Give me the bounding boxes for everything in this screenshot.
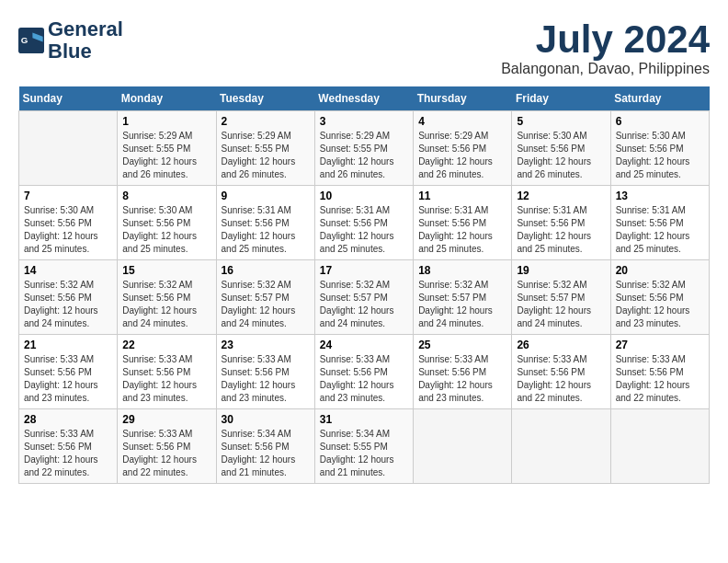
weekday-header-row: SundayMondayTuesdayWednesdayThursdayFrid… [19,86,710,111]
calendar-cell: 7Sunrise: 5:30 AMSunset: 5:56 PMDaylight… [19,186,118,260]
calendar-cell: 27Sunrise: 5:33 AMSunset: 5:56 PMDayligh… [610,335,709,409]
day-info: Sunrise: 5:33 AMSunset: 5:56 PMDaylight:… [222,353,310,405]
day-number: 5 [517,115,605,128]
calendar-cell [414,409,512,484]
day-number: 21 [24,339,112,351]
day-info: Sunrise: 5:33 AMSunset: 5:56 PMDaylight:… [418,353,506,405]
day-info: Sunrise: 5:34 AMSunset: 5:55 PMDaylight:… [320,428,408,479]
day-number: 24 [320,339,408,351]
svg-text:G: G [21,35,28,45]
calendar-cell: 26Sunrise: 5:33 AMSunset: 5:56 PMDayligh… [512,335,610,409]
day-info: Sunrise: 5:30 AMSunset: 5:56 PMDaylight:… [517,130,605,181]
day-number: 4 [418,115,506,128]
calendar-cell: 18Sunrise: 5:32 AMSunset: 5:57 PMDayligh… [414,260,512,335]
day-number: 31 [320,413,408,426]
day-info: Sunrise: 5:30 AMSunset: 5:56 PMDaylight:… [616,130,704,181]
calendar-cell: 21Sunrise: 5:33 AMSunset: 5:56 PMDayligh… [19,335,118,409]
week-row-3: 14Sunrise: 5:32 AMSunset: 5:56 PMDayligh… [19,260,710,335]
day-info: Sunrise: 5:29 AMSunset: 5:55 PMDaylight:… [122,130,210,181]
day-info: Sunrise: 5:32 AMSunset: 5:56 PMDaylight:… [616,279,704,330]
calendar-cell: 10Sunrise: 5:31 AMSunset: 5:56 PMDayligh… [314,186,413,260]
calendar-cell [610,409,709,484]
weekday-header-tuesday: Tuesday [216,86,314,111]
day-number: 1 [122,115,210,128]
day-number: 23 [222,339,310,351]
day-info: Sunrise: 5:32 AMSunset: 5:56 PMDaylight:… [122,279,210,330]
day-number: 11 [418,190,506,202]
day-number: 8 [122,190,210,202]
logo-name: General Blue [48,18,123,63]
day-info: Sunrise: 5:31 AMSunset: 5:56 PMDaylight:… [320,204,408,256]
day-info: Sunrise: 5:29 AMSunset: 5:55 PMDaylight:… [222,130,310,181]
day-number: 20 [616,264,704,277]
calendar-cell: 12Sunrise: 5:31 AMSunset: 5:56 PMDayligh… [512,186,610,260]
day-number: 27 [616,339,704,351]
calendar-cell: 23Sunrise: 5:33 AMSunset: 5:56 PMDayligh… [216,335,314,409]
logo-line2: Blue [48,40,92,63]
logo-icon: G [18,28,44,53]
day-number: 10 [320,190,408,202]
calendar-cell: 13Sunrise: 5:31 AMSunset: 5:56 PMDayligh… [610,186,709,260]
day-info: Sunrise: 5:33 AMSunset: 5:56 PMDaylight:… [616,353,704,405]
day-number: 19 [517,264,605,277]
day-number: 17 [320,264,408,277]
calendar-cell: 29Sunrise: 5:33 AMSunset: 5:56 PMDayligh… [118,409,216,484]
calendar-cell: 9Sunrise: 5:31 AMSunset: 5:56 PMDaylight… [216,186,314,260]
weekday-header-saturday: Saturday [610,86,709,111]
location-title: Balangonan, Davao, Philippines [501,61,710,77]
day-number: 9 [222,190,310,202]
weekday-header-monday: Monday [118,86,216,111]
day-number: 12 [517,190,605,202]
day-number: 25 [418,339,506,351]
calendar-cell: 30Sunrise: 5:34 AMSunset: 5:56 PMDayligh… [216,409,314,484]
day-number: 26 [517,339,605,351]
calendar-cell [512,409,610,484]
calendar-cell: 20Sunrise: 5:32 AMSunset: 5:56 PMDayligh… [610,260,709,335]
day-info: Sunrise: 5:31 AMSunset: 5:56 PMDaylight:… [222,204,310,256]
weekday-header-sunday: Sunday [19,86,118,111]
calendar-cell: 4Sunrise: 5:29 AMSunset: 5:56 PMDaylight… [414,111,512,186]
calendar-cell: 25Sunrise: 5:33 AMSunset: 5:56 PMDayligh… [414,335,512,409]
calendar-cell: 8Sunrise: 5:30 AMSunset: 5:56 PMDaylight… [118,186,216,260]
day-info: Sunrise: 5:33 AMSunset: 5:56 PMDaylight:… [122,428,210,479]
day-info: Sunrise: 5:32 AMSunset: 5:57 PMDaylight:… [320,279,408,330]
day-number: 15 [122,264,210,277]
calendar-cell: 5Sunrise: 5:30 AMSunset: 5:56 PMDaylight… [512,111,610,186]
day-info: Sunrise: 5:31 AMSunset: 5:56 PMDaylight:… [517,204,605,256]
calendar-cell: 11Sunrise: 5:31 AMSunset: 5:56 PMDayligh… [414,186,512,260]
month-title: July 2024 [501,18,710,61]
page-header: G General Blue July 2024 Balangonan, Dav… [18,18,710,77]
day-info: Sunrise: 5:33 AMSunset: 5:56 PMDaylight:… [24,428,112,479]
calendar-cell: 6Sunrise: 5:30 AMSunset: 5:56 PMDaylight… [610,111,709,186]
day-info: Sunrise: 5:29 AMSunset: 5:55 PMDaylight:… [320,130,408,181]
calendar-table: SundayMondayTuesdayWednesdayThursdayFrid… [18,86,710,484]
logo-line1: General [48,17,123,40]
week-row-4: 21Sunrise: 5:33 AMSunset: 5:56 PMDayligh… [19,335,710,409]
day-info: Sunrise: 5:32 AMSunset: 5:56 PMDaylight:… [24,279,112,330]
day-info: Sunrise: 5:31 AMSunset: 5:56 PMDaylight:… [418,204,506,256]
weekday-header-thursday: Thursday [414,86,512,111]
day-info: Sunrise: 5:30 AMSunset: 5:56 PMDaylight:… [24,204,112,256]
calendar-cell: 16Sunrise: 5:32 AMSunset: 5:57 PMDayligh… [216,260,314,335]
calendar-cell: 3Sunrise: 5:29 AMSunset: 5:55 PMDaylight… [314,111,413,186]
calendar-cell: 24Sunrise: 5:33 AMSunset: 5:56 PMDayligh… [314,335,413,409]
calendar-cell: 17Sunrise: 5:32 AMSunset: 5:57 PMDayligh… [314,260,413,335]
day-number: 22 [122,339,210,351]
day-info: Sunrise: 5:32 AMSunset: 5:57 PMDaylight:… [222,279,310,330]
day-info: Sunrise: 5:30 AMSunset: 5:56 PMDaylight:… [122,204,210,256]
day-number: 30 [222,413,310,426]
day-info: Sunrise: 5:33 AMSunset: 5:56 PMDaylight:… [517,353,605,405]
day-info: Sunrise: 5:33 AMSunset: 5:56 PMDaylight:… [24,353,112,405]
calendar-cell: 31Sunrise: 5:34 AMSunset: 5:55 PMDayligh… [314,409,413,484]
day-number: 28 [24,413,112,426]
day-number: 6 [616,115,704,128]
day-number: 3 [320,115,408,128]
weekday-header-wednesday: Wednesday [314,86,413,111]
day-number: 14 [24,264,112,277]
day-info: Sunrise: 5:34 AMSunset: 5:56 PMDaylight:… [222,428,310,479]
calendar-cell [19,111,118,186]
day-number: 7 [24,190,112,202]
day-info: Sunrise: 5:33 AMSunset: 5:56 PMDaylight:… [122,353,210,405]
week-row-5: 28Sunrise: 5:33 AMSunset: 5:56 PMDayligh… [19,409,710,484]
week-row-1: 1Sunrise: 5:29 AMSunset: 5:55 PMDaylight… [19,111,710,186]
